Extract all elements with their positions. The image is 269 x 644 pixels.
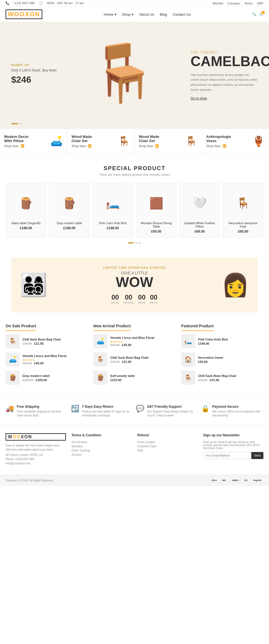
product-card-0[interactable]: 🪵 Glass table Dragonfly £199.00	[6, 183, 46, 238]
timer-days: 00 DAYS	[111, 293, 119, 304]
product-card-3[interactable]: 🟫 Wooden Round Dining Table £65.00	[136, 183, 177, 238]
feature-return: ↩️ 7 Days Easy Return Product any fault …	[71, 405, 133, 418]
footer-logo: WOOXON	[6, 433, 66, 441]
sale-item-1[interactable]: 🛋️ Venette | Ivory and Blue Floral ★★★★★…	[6, 353, 88, 367]
product-name-1: Gray modern table	[54, 221, 85, 225]
wow-offer-text: Limited Time Offer Has Started	[48, 266, 221, 269]
cart-icon[interactable]: 🛒1	[259, 12, 263, 16]
hero-dot-active[interactable]	[11, 123, 18, 124]
arrow-icon-3: ▶	[222, 144, 226, 148]
timer-days-value: 00	[111, 293, 119, 301]
sale-new-price-1: £45.00	[34, 362, 44, 365]
cat-shop-now-3[interactable]: Shop Now ▶	[206, 144, 231, 148]
footer-link-question[interactable]: Question	[71, 445, 132, 448]
shipping-title: Free Shipping	[17, 405, 68, 409]
featured-item-2[interactable]: 🪑 Chill Sack Bean Bag Chair £24.00 £21.0…	[181, 371, 263, 385]
footer-link-account[interactable]: Account	[71, 453, 132, 456]
cat-shop-now-2[interactable]: Shop Now ▶	[139, 144, 159, 148]
footer-email: info@company.com	[6, 462, 66, 465]
newsletter-send-button[interactable]: Send	[251, 452, 263, 459]
sale-img-2: 🪵	[6, 371, 20, 385]
product-card-5[interactable]: 🪑 Hecoration awesome chair £65.00	[223, 183, 263, 238]
compare-link[interactable]: Compare	[228, 2, 240, 5]
footer-newsletter: Sign up our Newsletter Sing up for email…	[203, 433, 263, 466]
nav-contact[interactable]: Contact Us	[173, 12, 191, 17]
product-price-1: £199.00	[54, 226, 85, 230]
hero-content-right: THE TRENDY CAMELBACK Hay muchas variacio…	[179, 39, 269, 112]
arrival-price-2: £210.00	[110, 378, 135, 382]
return-icon: ↩️	[71, 405, 79, 413]
footer-easy-text: Easy to update text from footer widget a…	[6, 444, 66, 447]
featured-new-0: £199.00	[198, 342, 209, 345]
product-card-2[interactable]: 🛏️ Pink Color Kids Bed £199.00	[92, 183, 133, 238]
hero-go-to-shop[interactable]: Go to shop	[191, 96, 207, 100]
products-grid: 🪵 Glass table Dragonfly £199.00 🪵 Gray m…	[6, 183, 263, 238]
product-img-4: 🤍	[184, 188, 215, 219]
return-desc: Product any fault within 07 days for an …	[82, 410, 133, 418]
sale-img-0: 🪑	[6, 334, 20, 348]
nav-home[interactable]: Home ▾	[104, 12, 116, 17]
footer-link-order[interactable]: Order Tracking	[71, 449, 132, 452]
product-carousel-dots	[6, 242, 263, 244]
product-dot-active[interactable]	[128, 242, 134, 244]
featured-item-0[interactable]: 🛏️ Pink Color Kids Bed £199.00	[181, 334, 263, 348]
arrival-item-1[interactable]: 🪑 Chill Sack Bean Bag Chair £24.00 £21.0…	[93, 353, 175, 367]
cat-name-1: Wood MadeChair Set	[71, 135, 92, 143]
arrow-icon-0: ▶	[20, 144, 24, 148]
cat-shop-now-1[interactable]: Shop Now ▶	[71, 144, 92, 148]
product-card-4[interactable]: 🤍 Isolated White Feather Pillow £69.00	[179, 183, 220, 238]
search-icon[interactable]: 🔍	[252, 12, 256, 16]
product-dot-1[interactable]	[135, 242, 137, 244]
new-arrival-title: New Arrival Product	[93, 324, 131, 331]
cat-icon-3: 🏺	[252, 136, 265, 147]
hero-figure: 🪑	[89, 45, 159, 101]
special-product-section: SPECIAL PRODUCT There are some special p…	[0, 154, 269, 255]
terms-link[interactable]: Terms	[244, 2, 253, 5]
footer-link-customer[interactable]: Customer Care	[137, 445, 198, 448]
category-item-1[interactable]: Wood MadeChair Set Shop Now ▶ 🪑	[67, 129, 134, 154]
currency-selector[interactable]: GBP	[257, 2, 263, 5]
support-icon: 💬	[136, 405, 144, 413]
product-dot-2[interactable]	[139, 242, 141, 244]
sale-name-1: Venette | Ivory and Blue Floral	[22, 354, 66, 358]
nav-shop[interactable]: Shop ▾	[122, 12, 134, 17]
hero-dot-1[interactable]	[20, 123, 22, 124]
arrow-icon-2: ▶	[155, 144, 159, 148]
wow-family-icon: 👨‍👩‍👧‍👦	[20, 272, 48, 298]
footer-link-shop[interactable]: Shop Location	[137, 441, 198, 444]
nav-blog[interactable]: Blog	[160, 12, 167, 17]
featured-new-1: £45.00	[198, 360, 208, 363]
features-bar: 🚚 Free Shipping Free worldwide shipping …	[0, 397, 269, 425]
timer-secs-label: SECS	[150, 301, 158, 304]
nav-about[interactable]: About Us	[139, 12, 154, 17]
featured-item-1[interactable]: 🏠 Hecoration home £45.00	[181, 353, 263, 367]
arrival-item-0[interactable]: 🛋️ Venette | Ivory and Blue Floral ★★★★★…	[93, 334, 175, 348]
featured-new-2: £21.00	[210, 378, 219, 382]
sale-item-0[interactable]: 🪑 Chill Sack Bean Bag Chair £24.00 £21.0…	[6, 334, 88, 348]
amex-icon: AMEX	[229, 478, 241, 483]
support-title: 24/7 Friendly Support	[147, 405, 198, 409]
footer-link-job[interactable]: Job Vacancy	[71, 441, 132, 444]
support-desc: Our Support Team Always Ready For You to…	[147, 410, 198, 418]
arrival-item-2[interactable]: 🪵 Soft woody table £210.00	[93, 371, 175, 385]
product-card-1[interactable]: 🪵 Gray modern table £199.00	[49, 183, 90, 238]
newsletter-email-input[interactable]	[203, 452, 251, 459]
footer-link-help[interactable]: Help	[137, 449, 198, 452]
footer-phone: Phone: (123) 4567 890	[6, 458, 66, 461]
cat-shop-now-0[interactable]: Shop Now ▶	[4, 144, 29, 148]
sale-item-2[interactable]: 🪵 Gray modern tabel £259.00 £229.00	[6, 371, 88, 385]
hurry-up-text: HURRY UP	[11, 63, 57, 67]
secure-icon: 🔒	[201, 405, 210, 413]
newsletter-form: Send	[203, 452, 263, 459]
category-item-3[interactable]: AnthropologieVases Shop Now ▶ 🏺	[202, 129, 269, 154]
site-logo[interactable]: WOOXON	[6, 10, 42, 19]
featured-name-2: Chill Sack Bean Bag Chair	[198, 374, 237, 377]
product-price-4: £69.00	[184, 230, 215, 233]
footer-links2-title: Refund	[137, 433, 198, 437]
sale-new-price-2: £229.00	[36, 378, 47, 382]
category-item-2[interactable]: Wood MadeChair Set Shop Now ▶ 🪑	[135, 129, 202, 154]
wishlist-link[interactable]: Wishlist	[213, 2, 223, 5]
shipping-desc: Free worldwide shipping on all Area orde…	[17, 410, 68, 418]
featured-name-1: Hecoration home	[198, 356, 223, 359]
category-item-0[interactable]: Modern DecorWith Pillow Shop Now ▶ 🛋️	[0, 129, 67, 154]
